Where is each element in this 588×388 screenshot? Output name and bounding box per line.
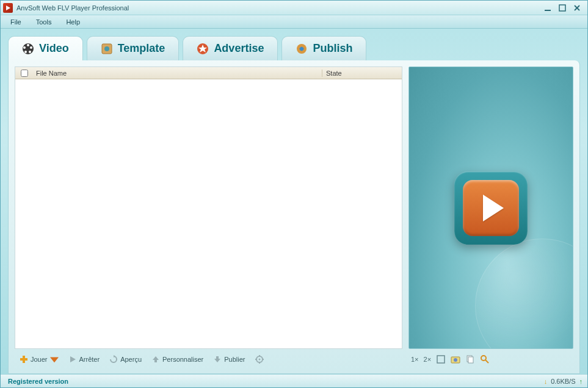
snapshot-button[interactable] xyxy=(451,354,460,364)
settings-button[interactable] xyxy=(252,354,267,365)
transfer-speed: 0.6KB/S xyxy=(551,378,575,385)
svg-point-34 xyxy=(481,356,486,361)
left-toolbar: Jouer Arrêter Aperçu Personnaliser xyxy=(15,349,402,367)
svg-marker-18 xyxy=(50,357,59,363)
menubar: File Tools Help xyxy=(1,15,587,29)
gear-icon xyxy=(255,355,264,364)
file-list: File Name State xyxy=(15,66,402,349)
svg-point-9 xyxy=(24,51,27,53)
personnaliser-button[interactable]: Personnaliser xyxy=(148,354,207,365)
titlebar: AnvSoft Web FLV Player Professional xyxy=(1,1,587,15)
fullscreen-button[interactable] xyxy=(436,354,446,364)
svg-rect-2 xyxy=(559,5,565,11)
film-reel-icon xyxy=(22,43,34,55)
preview-toolbar: 1× 2× xyxy=(408,349,573,367)
svg-marker-0 xyxy=(6,5,10,10)
publier-button[interactable]: Publier xyxy=(209,354,249,365)
svg-rect-29 xyxy=(437,356,445,363)
svg-marker-21 xyxy=(153,356,159,362)
status-text: Registered version xyxy=(1,378,544,385)
tab-label: Video xyxy=(39,42,69,55)
arreter-button[interactable]: Arrêter xyxy=(65,354,104,365)
star-icon xyxy=(197,43,209,55)
svg-point-8 xyxy=(29,51,31,53)
svg-rect-1 xyxy=(545,10,551,11)
svg-marker-22 xyxy=(214,356,220,362)
upload-icon: ↑ xyxy=(579,378,583,385)
tab-advertise[interactable]: Advertise xyxy=(183,36,278,60)
tab-template[interactable]: Template xyxy=(87,36,180,60)
menu-help[interactable]: Help xyxy=(60,17,86,27)
plus-icon xyxy=(20,355,28,364)
list-header: File Name State xyxy=(15,67,402,79)
svg-rect-33 xyxy=(468,357,473,363)
play-icon xyxy=(483,195,504,221)
refresh-icon xyxy=(109,355,118,364)
select-all-checkbox[interactable] xyxy=(21,70,28,77)
play-badge[interactable] xyxy=(454,171,528,245)
svg-point-24 xyxy=(258,359,260,361)
minimize-button[interactable] xyxy=(543,4,552,12)
maximize-button[interactable] xyxy=(558,4,567,12)
tab-label: Publish xyxy=(313,42,352,55)
svg-rect-17 xyxy=(20,358,27,361)
window-title: AnvSoft Web FLV Player Professional xyxy=(16,4,543,12)
column-filename[interactable]: File Name xyxy=(34,70,322,77)
arrow-down-icon xyxy=(213,355,222,364)
app-icon xyxy=(3,3,13,13)
menu-file[interactable]: File xyxy=(4,17,27,27)
statusbar: Registered version ↓ 0.6KB/S ↑ xyxy=(1,374,587,387)
jouer-button[interactable]: Jouer xyxy=(16,354,62,365)
template-icon xyxy=(101,43,113,55)
menu-tools[interactable]: Tools xyxy=(30,17,58,27)
column-state[interactable]: State xyxy=(322,70,402,77)
svg-line-35 xyxy=(485,360,488,363)
play-icon xyxy=(68,355,77,364)
download-icon: ↓ xyxy=(544,378,548,385)
search-button[interactable] xyxy=(480,354,490,364)
zoom-2x[interactable]: 2× xyxy=(424,356,432,363)
tab-bar: Video Template Advertise Publish xyxy=(8,36,580,60)
svg-point-10 xyxy=(23,46,26,49)
zoom-1x[interactable]: 1× xyxy=(411,356,419,363)
svg-point-6 xyxy=(27,44,29,46)
close-button[interactable] xyxy=(573,4,581,12)
arrow-up-icon xyxy=(151,355,160,364)
tab-label: Template xyxy=(118,42,165,55)
apercu-button[interactable]: Aperçu xyxy=(106,354,145,365)
svg-point-31 xyxy=(454,358,457,362)
copy-button[interactable] xyxy=(465,354,475,364)
tab-video[interactable]: Video xyxy=(8,36,83,60)
publish-icon xyxy=(296,43,308,55)
svg-point-7 xyxy=(30,46,32,49)
preview-panel xyxy=(408,66,573,349)
chevron-down-icon xyxy=(50,355,59,364)
list-body[interactable] xyxy=(15,79,402,348)
svg-point-12 xyxy=(104,46,109,51)
svg-marker-19 xyxy=(70,356,76,362)
tab-label: Advertise xyxy=(214,42,264,55)
globe-decoration xyxy=(475,239,573,349)
tab-publish[interactable]: Publish xyxy=(281,36,366,60)
